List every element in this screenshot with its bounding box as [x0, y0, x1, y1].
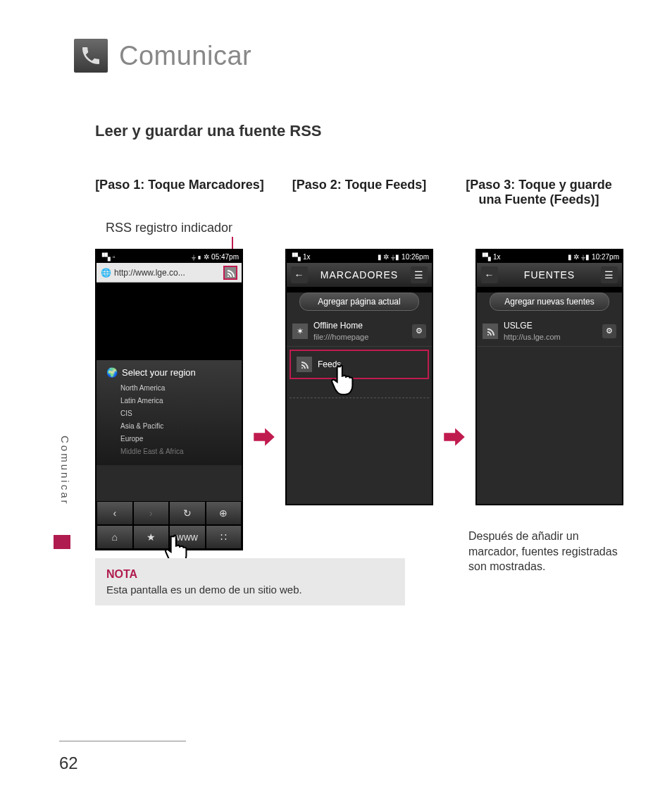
status-icons-left: ▝▚ 1x — [480, 253, 501, 261]
menu-button[interactable]: ☰ — [411, 266, 428, 283]
signal-icon: ▝▚ — [290, 253, 301, 261]
bookmark-icon: ✶ — [292, 324, 308, 339]
nav-apps-button[interactable]: ∷ — [206, 525, 242, 549]
status-icons-left: ▝▚ 1x — [290, 253, 311, 261]
signal-icon: ▝▚ — [99, 253, 111, 261]
region-list: North America Latin America CIS Asia & P… — [106, 382, 232, 458]
feed-item-uslge[interactable]: USLGE http://us.lge.com ⚙ — [477, 316, 622, 347]
status-icons-right: ▮ ✲ ⏚▮ 10:27pm — [568, 253, 619, 261]
side-tab-bar — [54, 535, 70, 549]
clock-text: 10:27pm — [592, 253, 619, 261]
clock-text: 10:26pm — [402, 253, 429, 261]
region-title-text: Select your region — [122, 367, 196, 378]
bookmark-title: Offline Home — [313, 321, 406, 332]
phone-body-2: Agregar página actual ✶ Offline Home fil… — [287, 292, 432, 504]
phone-icon — [74, 39, 108, 73]
gear-icon[interactable]: ⚙ — [602, 324, 616, 338]
step2-heading: [Paso 2: Toque Feeds] — [275, 178, 444, 214]
hand-cursor-icon — [330, 364, 359, 400]
divider — [290, 398, 429, 398]
nav-forward-button[interactable]: › — [133, 501, 170, 525]
title-bar-3: ← FUENTES ☰ — [477, 263, 622, 287]
rss-indicator-label: RSS registro indicador — [106, 221, 232, 235]
steps-row: [Paso 1: Toque Marcadores] [Paso 2: Toqu… — [95, 178, 623, 214]
page-rule — [59, 741, 186, 741]
arrow-right-icon — [442, 425, 466, 452]
feeds-icon — [297, 357, 312, 372]
region-item[interactable]: Europe — [120, 433, 232, 445]
signal-icon: ▝▚ — [480, 253, 491, 261]
region-item[interactable]: Middle East & Africa — [120, 445, 232, 458]
menu-button[interactable]: ☰ — [601, 266, 618, 283]
back-button[interactable]: ← — [481, 266, 498, 283]
note-heading: NOTA — [106, 568, 394, 581]
note-text: Esta pantalla es un demo de un sitio web… — [106, 584, 394, 596]
nav-zoom-button[interactable]: ⊕ — [206, 501, 242, 525]
region-item[interactable]: CIS — [120, 407, 232, 420]
status-bar-1: ▝▚ ▫ ⏚ ▮ ✲ 05:47pm — [97, 250, 242, 263]
status-icons-right: ▮ ✲ ⏚▮ 10:26pm — [378, 253, 429, 261]
bookmark-sub: file:///homepage — [313, 332, 406, 342]
after-step3-text: Después de añadir un marcador, fuentes r… — [468, 529, 630, 574]
bookmark-item-offline-home[interactable]: ✶ Offline Home file:///homepage ⚙ — [287, 316, 432, 347]
region-item[interactable]: Latin America — [120, 395, 232, 407]
nav-row-top: ‹ › ↻ ⊕ — [97, 501, 242, 525]
region-item[interactable]: North America — [120, 382, 232, 395]
side-tab-label: Comunicar — [59, 436, 71, 506]
add-current-page-button[interactable]: Agregar página actual — [299, 292, 419, 311]
arrow-right-icon — [252, 425, 276, 452]
globe-icon: 🌐 — [101, 268, 111, 278]
battery-icon: ▮ ✲ ⏚▮ — [568, 253, 590, 261]
nav-refresh-button[interactable]: ↻ — [169, 501, 206, 525]
note-box: NOTA Esta pantalla es un demo de un siti… — [95, 558, 405, 605]
status-bar-2: ▝▚ 1x ▮ ✲ ⏚▮ 10:26pm — [287, 250, 432, 263]
globe-small-icon: 🌍 — [106, 367, 118, 378]
region-title: 🌍 Select your region — [106, 367, 232, 378]
bookmark-text: Offline Home file:///homepage — [313, 321, 406, 342]
page-title: Comunicar — [119, 41, 251, 71]
feed-text: USLGE http://us.lge.com — [504, 321, 597, 342]
indicator-icon: 1x — [493, 253, 501, 261]
phone-screenshot-2: ▝▚ 1x ▮ ✲ ⏚▮ 10:26pm ← MARCADORES ☰ Agre… — [285, 249, 433, 505]
feed-sub: http://us.lge.com — [504, 332, 597, 342]
screen-title: FUENTES — [524, 269, 575, 281]
phone-shots-row: ▝▚ ▫ ⏚ ▮ ✲ 05:47pm 🌐 http://www.lge.co..… — [95, 249, 623, 550]
phone-body-1: 🌍 Select your region North America Latin… — [97, 360, 242, 501]
nav-back-button[interactable]: ‹ — [97, 501, 133, 525]
page-header: Comunicar — [74, 39, 251, 73]
step3-heading: [Paso 3: Toque y guarde una Fuente (Feed… — [454, 178, 623, 214]
step1-heading: [Paso 1: Toque Marcadores] — [95, 178, 264, 214]
clock-text: 05:47pm — [211, 253, 239, 261]
add-new-feeds-button[interactable]: Agregar nuevas fuentes — [490, 292, 609, 311]
region-panel: 🌍 Select your region North America Latin… — [97, 360, 242, 465]
gear-icon[interactable]: ⚙ — [412, 324, 426, 338]
section-title: Leer y guardar una fuente RSS — [95, 122, 322, 140]
feed-title: USLGE — [504, 321, 597, 332]
indicator-icon: 1x — [303, 253, 311, 261]
rss-icon[interactable] — [223, 266, 237, 280]
battery-icon: ⏚ ▮ ✲ — [192, 253, 210, 261]
phone-screenshot-3: ▝▚ 1x ▮ ✲ ⏚▮ 10:27pm ← FUENTES ☰ Agregar… — [475, 249, 623, 505]
feeds-item[interactable]: Feeds — [290, 350, 429, 379]
url-bar[interactable]: 🌐 http://www.lge.co... — [97, 263, 242, 283]
url-text: http://www.lge.co... — [114, 268, 220, 278]
nav-home-button[interactable]: ⌂ — [97, 525, 133, 549]
title-bar-2: ← MARCADORES ☰ — [287, 263, 432, 287]
battery-icon: ▮ ✲ ⏚▮ — [378, 253, 400, 261]
phone-body-3: Agregar nuevas fuentes USLGE http://us.l… — [477, 292, 622, 504]
region-item[interactable]: Asia & Pacific — [120, 420, 232, 433]
phone-screenshot-1: ▝▚ ▫ ⏚ ▮ ✲ 05:47pm 🌐 http://www.lge.co..… — [95, 249, 243, 550]
page-number: 62 — [59, 753, 78, 773]
indicator-icon: ▫ — [113, 253, 116, 261]
status-icons-right: ⏚ ▮ ✲ 05:47pm — [192, 253, 239, 261]
status-bar-3: ▝▚ 1x ▮ ✲ ⏚▮ 10:27pm — [477, 250, 622, 263]
back-button[interactable]: ← — [291, 266, 308, 283]
screen-title: MARCADORES — [321, 269, 398, 281]
rss-icon — [483, 324, 498, 339]
status-icons-left: ▝▚ ▫ — [99, 253, 116, 261]
